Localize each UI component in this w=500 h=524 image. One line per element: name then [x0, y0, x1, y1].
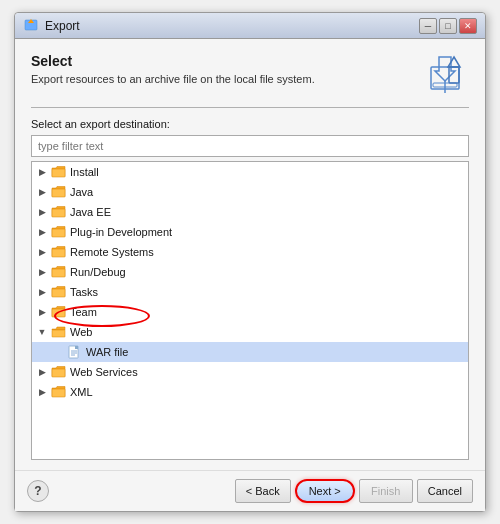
svg-rect-12: [52, 249, 65, 257]
filter-input[interactable]: [31, 135, 469, 157]
label-install: Install: [70, 166, 99, 178]
label-remote: Remote Systems: [70, 246, 154, 258]
tree-item-java[interactable]: ▶ Java: [32, 182, 468, 202]
cancel-button[interactable]: Cancel: [417, 479, 473, 503]
tree-item-tasks[interactable]: ▶ Tasks: [32, 282, 468, 302]
label-javaee: Java EE: [70, 206, 111, 218]
section-description: Export resources to an archive file on t…: [31, 73, 315, 85]
toggle-xml: ▶: [36, 386, 48, 398]
svg-marker-18: [75, 346, 78, 349]
folder-icon-javaee: [51, 205, 67, 219]
export-dialog: Export ─ □ ✕ Select Export resources to …: [14, 12, 486, 512]
title-buttons: ─ □ ✕: [419, 18, 477, 34]
svg-rect-23: [52, 389, 65, 397]
next-button[interactable]: Next >: [295, 479, 355, 503]
toggle-team: ▶: [36, 306, 48, 318]
svg-marker-7: [448, 57, 460, 67]
toggle-plugin: ▶: [36, 226, 48, 238]
label-team: Team: [70, 306, 97, 318]
footer-right: < Back Next > Finish Cancel: [235, 479, 473, 503]
folder-icon-team: [51, 305, 67, 319]
tree-item-war-file[interactable]: WAR file: [32, 342, 468, 362]
svg-rect-10: [52, 209, 65, 217]
tree-item-team[interactable]: ▶ Team: [32, 302, 468, 322]
folder-icon-tasks: [51, 285, 67, 299]
toggle-java: ▶: [36, 186, 48, 198]
tree-item-web-services[interactable]: ▶ Web Services: [32, 362, 468, 382]
toggle-rundebug: ▶: [36, 266, 48, 278]
tree-item-install[interactable]: ▶ Install: [32, 162, 468, 182]
footer: ? < Back Next > Finish Cancel: [15, 470, 485, 511]
tree-container[interactable]: ▶ Install ▶ Java ▶: [31, 161, 469, 460]
tree-item-web[interactable]: ▼ Web: [32, 322, 468, 342]
toggle-javaee: ▶: [36, 206, 48, 218]
label-web-services: Web Services: [70, 366, 138, 378]
folder-icon-rundebug: [51, 265, 67, 279]
folder-icon-web-services: [51, 365, 67, 379]
tree-item-rundebug[interactable]: ▶ Run/Debug: [32, 262, 468, 282]
doc-icon-war: [67, 345, 83, 359]
toggle-install: ▶: [36, 166, 48, 178]
close-button[interactable]: ✕: [459, 18, 477, 34]
label-xml: XML: [70, 386, 93, 398]
folder-icon-web-open: [51, 325, 67, 339]
toggle-web-services: ▶: [36, 366, 48, 378]
folder-icon-java: [51, 185, 67, 199]
header-section: Select Export resources to an archive fi…: [31, 53, 469, 95]
toggle-remote: ▶: [36, 246, 48, 258]
tree-item-remote[interactable]: ▶ Remote Systems: [32, 242, 468, 262]
folder-icon-install: [51, 165, 67, 179]
header-text: Select Export resources to an archive fi…: [31, 53, 315, 85]
maximize-button[interactable]: □: [439, 18, 457, 34]
folder-icon-xml: [51, 385, 67, 399]
svg-rect-14: [52, 289, 65, 297]
svg-rect-16: [52, 330, 65, 337]
back-button[interactable]: < Back: [235, 479, 291, 503]
toggle-war: [52, 346, 64, 358]
section-divider: [31, 107, 469, 108]
label-tasks: Tasks: [70, 286, 98, 298]
svg-rect-15: [52, 309, 65, 317]
label-java: Java: [70, 186, 93, 198]
label-rundebug: Run/Debug: [70, 266, 126, 278]
svg-rect-9: [52, 189, 65, 197]
tree-item-javaee[interactable]: ▶ Java EE: [32, 202, 468, 222]
window-title: Export: [45, 19, 80, 33]
label-plugin: Plug-in Development: [70, 226, 172, 238]
minimize-button[interactable]: ─: [419, 18, 437, 34]
window-icon: [23, 18, 39, 34]
footer-left: ?: [27, 480, 49, 502]
label-war-file: WAR file: [86, 346, 128, 358]
folder-icon-remote: [51, 245, 67, 259]
destination-label: Select an export destination:: [31, 118, 469, 130]
folder-icon-plugin: [51, 225, 67, 239]
svg-rect-22: [52, 369, 65, 377]
help-button[interactable]: ?: [27, 480, 49, 502]
dialog-content: Select Export resources to an archive fi…: [15, 39, 485, 470]
tree-item-plugin-dev[interactable]: ▶ Plug-in Development: [32, 222, 468, 242]
title-bar-left: Export: [23, 18, 80, 34]
svg-rect-13: [52, 269, 65, 277]
tree-item-xml[interactable]: ▶ XML: [32, 382, 468, 402]
finish-button[interactable]: Finish: [359, 479, 413, 503]
section-title: Select: [31, 53, 315, 69]
svg-rect-8: [52, 169, 65, 177]
toggle-tasks: ▶: [36, 286, 48, 298]
title-bar: Export ─ □ ✕: [15, 13, 485, 39]
svg-rect-11: [52, 229, 65, 237]
export-icon: [427, 53, 469, 95]
toggle-web: ▼: [36, 326, 48, 338]
label-web: Web: [70, 326, 92, 338]
upload-graphic: [429, 55, 467, 93]
